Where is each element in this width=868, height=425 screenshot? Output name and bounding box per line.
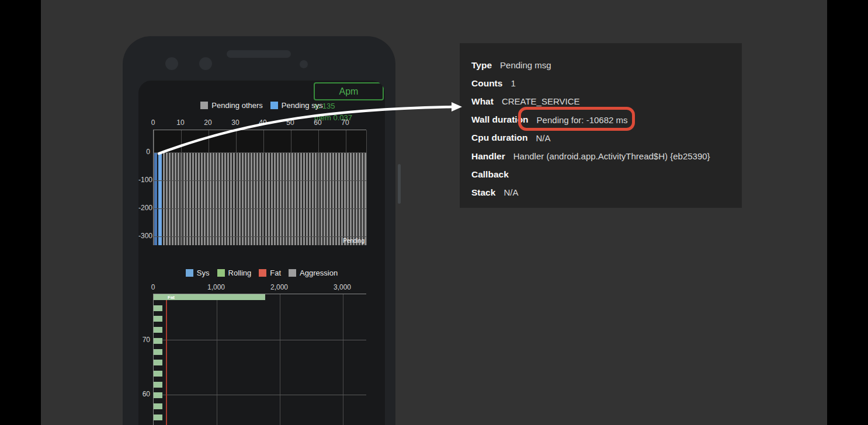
rolling-bar[interactable] [154, 392, 162, 398]
gridline [318, 130, 319, 245]
legend-label: Aggression [300, 269, 338, 277]
rolling-bar[interactable] [154, 327, 162, 333]
legend-label: Pending sys [282, 101, 323, 110]
x-tick-label: 30 [224, 119, 247, 127]
y-tick-label: -300 [138, 232, 150, 240]
detail-row: Cpu durationN/A [471, 129, 732, 147]
letterbox-left [0, 0, 41, 425]
detail-label: What [471, 96, 494, 107]
rolling-bar[interactable] [154, 349, 162, 355]
detail-value: Handler (android.app.ActivityThread$H) {… [513, 151, 710, 161]
frames-chart-plot[interactable]: Fat [153, 294, 366, 425]
detail-row: TypePending msg [471, 56, 732, 74]
rolling-bar[interactable] [154, 371, 162, 377]
gridline [343, 294, 343, 425]
legend-item: Rolling [217, 269, 252, 277]
legend-swatch-icon [217, 269, 225, 277]
detail-label: Handler [471, 151, 505, 162]
detail-label: Type [471, 60, 492, 71]
legend-label: Pending others [211, 101, 262, 110]
gridline [154, 208, 366, 209]
x-tick-label: 60 [306, 119, 329, 127]
sensor-dot-icon [300, 60, 308, 68]
rolling-bar[interactable] [154, 338, 162, 344]
y-tick-label: -100 [138, 176, 150, 184]
frames-chart-legend: SysRollingFatAggression [138, 269, 385, 277]
detail-label: Stack [471, 187, 495, 198]
pending-series-label: Pending [343, 238, 364, 244]
fat-bar-label: Fat [168, 295, 175, 300]
x-tick-label: 0 [141, 283, 165, 291]
detail-value: Pending msg [500, 60, 551, 70]
detail-value: N/A [536, 133, 550, 143]
pending-bars[interactable] [154, 152, 366, 245]
legend-swatch-icon [200, 102, 208, 109]
legend-item: Aggression [289, 269, 338, 277]
rolling-bar[interactable] [154, 360, 162, 365]
gridline [346, 130, 346, 245]
rolling-bar[interactable] [154, 382, 162, 388]
front-camera-icon [199, 57, 212, 70]
detail-label: Wall duration [471, 114, 529, 125]
gridline [154, 130, 154, 245]
legend-label: Sys [197, 269, 210, 277]
detail-row: StackN/A [471, 183, 732, 201]
pending-chart-plot[interactable]: Pending [153, 130, 366, 245]
message-detail-panel: TypePending msgCounts1WhatCREATE_SERVICE… [460, 43, 742, 208]
gridline [154, 340, 366, 340]
gridline [154, 395, 366, 395]
legend-item: Fat [259, 269, 281, 277]
detail-value: 1 [511, 78, 515, 88]
gridline [154, 180, 366, 181]
gridline [263, 130, 264, 245]
pending-sys-bar[interactable] [158, 152, 162, 245]
x-tick-label: 0 [141, 119, 165, 127]
x-tick-label: 70 [334, 119, 357, 127]
rolling-bar[interactable] [154, 305, 162, 311]
rolling-bar[interactable] [154, 316, 162, 322]
legend-swatch-icon [186, 269, 193, 277]
detail-row: Wall durationPending for: -10682 ms [471, 111, 732, 129]
pending-chart-legend: Pending othersPending sys [138, 101, 385, 110]
speaker-grill [227, 50, 291, 58]
x-tick-label: 10 [169, 119, 192, 127]
y-tick-label: 60 [138, 390, 150, 398]
pending-others-bars[interactable] [163, 152, 366, 245]
fat-threshold-line [166, 294, 167, 425]
y-tick-label: -200 [138, 204, 150, 212]
x-tick-label: 3,000 [331, 283, 354, 291]
gridline [154, 236, 366, 237]
gridline [236, 130, 237, 245]
legend-item: Pending others [200, 101, 262, 110]
legend-swatch-icon [289, 269, 296, 277]
front-camera-icon [165, 57, 178, 70]
legend-label: Rolling [228, 269, 252, 277]
detail-label: Counts [471, 78, 502, 89]
detail-row: WhatCREATE_SERVICE [471, 92, 732, 110]
detail-label: Cpu duration [471, 133, 527, 143]
letterbox-right [827, 0, 868, 425]
gridline [181, 130, 182, 245]
rolling-bar[interactable] [154, 414, 162, 420]
detail-label: Callback [471, 169, 509, 180]
gridline [366, 130, 367, 245]
legend-label: Fat [270, 269, 281, 277]
y-tick-label: 0 [138, 148, 150, 156]
detail-row: Callback [471, 165, 732, 183]
x-tick-label: 1,000 [204, 283, 228, 291]
x-tick-label: 50 [279, 119, 302, 127]
x-tick-label: 20 [196, 119, 220, 127]
detail-value: N/A [504, 187, 518, 197]
gridline [291, 130, 291, 245]
pending-sys-bar[interactable] [154, 152, 157, 245]
legend-swatch-icon [270, 102, 278, 109]
legend-item: Pending sys [270, 101, 323, 110]
gridline [209, 130, 209, 245]
gridline [217, 294, 217, 425]
gridline [280, 294, 280, 425]
rolling-bar[interactable] [154, 403, 162, 409]
gridline [154, 152, 366, 153]
detail-value: CREATE_SERVICE [502, 96, 580, 106]
apm-button[interactable]: Apm [314, 82, 384, 100]
legend-swatch-icon [259, 269, 266, 277]
